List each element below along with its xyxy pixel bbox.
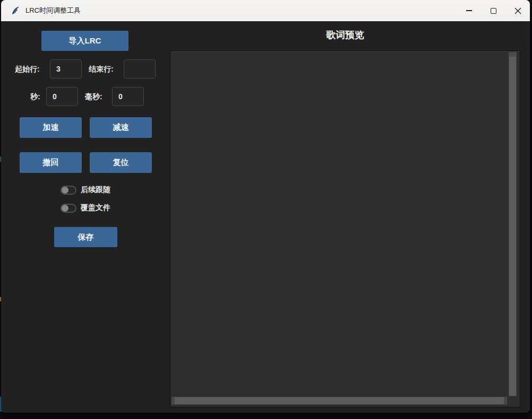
app-window: LRC时间调整工具 导入LRC 起始行: 结束行: 秒: 毫秒: 加速 减 [1, 0, 530, 413]
milliseconds-label: 毫秒: [85, 87, 102, 106]
close-icon [514, 7, 521, 14]
follow-toggle[interactable] [61, 186, 76, 195]
toggle-knob-icon [62, 187, 68, 194]
toggle-knob-icon [62, 205, 68, 212]
lyrics-preview-text[interactable] [171, 52, 507, 394]
end-line-input[interactable] [124, 59, 156, 78]
lyrics-preview-title: 歌词预览 [170, 29, 520, 41]
follow-toggle-row: 后续跟随 [61, 185, 110, 195]
titlebar: LRC时间调整工具 [1, 0, 530, 21]
horizontal-scrollbar[interactable] [171, 397, 507, 405]
seconds-label: 秒: [30, 87, 40, 106]
reset-button[interactable]: 复位 [90, 152, 152, 173]
window-controls [457, 0, 530, 21]
slow-down-button[interactable]: 减速 [90, 117, 152, 138]
save-button[interactable]: 保存 [54, 227, 117, 247]
speed-up-button[interactable]: 加速 [20, 117, 82, 138]
follow-toggle-label: 后续跟随 [81, 185, 110, 195]
window-title: LRC时间调整工具 [25, 6, 81, 15]
feather-app-icon [11, 6, 20, 15]
undo-button[interactable]: 撤回 [20, 152, 82, 173]
main-area: 导入LRC 起始行: 结束行: 秒: 毫秒: 加速 减速 撤回 复位 后续跟随 … [1, 21, 530, 413]
minimize-icon [466, 10, 472, 11]
minimize-button[interactable] [457, 0, 481, 21]
overwrite-toggle-row: 覆盖文件 [61, 203, 110, 213]
start-line-label: 起始行: [15, 59, 40, 78]
lyrics-preview-box [170, 50, 520, 407]
milliseconds-input[interactable] [112, 87, 144, 106]
overwrite-toggle[interactable] [61, 204, 76, 213]
end-line-label: 结束行: [89, 59, 114, 78]
maximize-button[interactable] [481, 0, 505, 21]
vertical-scrollbar[interactable] [509, 52, 517, 396]
import-lrc-button[interactable]: 导入LRC [41, 31, 128, 51]
start-line-input[interactable] [50, 59, 82, 78]
maximize-icon [491, 8, 496, 14]
close-button[interactable] [505, 0, 530, 21]
overwrite-toggle-label: 覆盖文件 [81, 203, 110, 213]
seconds-input[interactable] [46, 87, 78, 106]
